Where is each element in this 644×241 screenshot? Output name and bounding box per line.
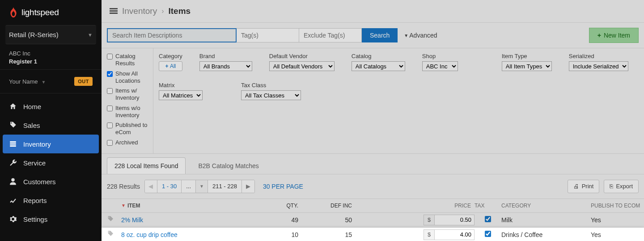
advanced-toggle[interactable]: ▼ Advanced: [404, 32, 437, 39]
filter-item-type: Item Type All Item Types: [502, 53, 552, 71]
store-block: ABC Inc Register 1: [0, 44, 102, 70]
filter-matrix: Matrix All Matrices: [159, 82, 203, 100]
pager-range-last[interactable]: 211 - 228: [208, 180, 242, 193]
nav-reports[interactable]: Reports: [0, 191, 102, 210]
breadcrumb-separator: ›: [161, 7, 164, 15]
header-price[interactable]: PRICE: [363, 203, 475, 209]
wrench-icon: [9, 159, 17, 167]
cell-tax: [475, 231, 501, 238]
pager-range-active[interactable]: 1 - 30: [157, 180, 182, 193]
price-input[interactable]: [434, 229, 475, 240]
filter-serialized: Serialized Include Serialized: [569, 53, 628, 71]
nav-label: Reports: [23, 197, 47, 204]
logo: lightspeed: [0, 0, 102, 25]
search-input[interactable]: [107, 28, 237, 42]
breadcrumb: Inventory › Items: [102, 0, 644, 23]
serialized-select[interactable]: Include Serialized: [569, 61, 628, 71]
check-show-all-locations[interactable]: Show All Locations: [107, 70, 149, 85]
header-definc[interactable]: DEF INC: [309, 203, 363, 209]
category-all-button[interactable]: All: [159, 61, 182, 71]
tab-local-items[interactable]: 228 Local Items Found: [107, 157, 186, 174]
check-published-ecom[interactable]: Published to eCom: [107, 122, 149, 136]
export-button[interactable]: ⎘ Export: [604, 180, 639, 193]
cell-qty: 49: [264, 216, 309, 224]
tab-b2b[interactable]: B2B Catalog Matches: [191, 158, 266, 174]
user-menu[interactable]: Your Name ▼: [9, 78, 46, 85]
out-badge[interactable]: OUT: [74, 77, 93, 86]
item-link[interactable]: 2% Milk: [121, 216, 264, 224]
breadcrumb-parent[interactable]: Inventory: [122, 6, 157, 16]
chevron-down-icon: ▼: [41, 80, 46, 85]
currency-symbol: $: [424, 229, 434, 240]
tabs-row: 228 Local Items Found B2B Catalog Matche…: [102, 154, 644, 174]
series-selector[interactable]: Retail (R-Series) ▼: [5, 25, 96, 44]
check-items-without-inventory[interactable]: Items w/o Inventory: [107, 105, 149, 119]
export-icon: ⎘: [610, 183, 613, 190]
check-items-with-inventory[interactable]: Items w/ Inventory: [107, 87, 149, 102]
search-button[interactable]: Search: [362, 28, 398, 42]
user-name: Your Name: [9, 78, 38, 85]
per-page[interactable]: 30 PER PAGE: [263, 183, 303, 190]
nav-settings[interactable]: Settings: [0, 210, 102, 228]
filter-shop: Shop ABC Inc: [422, 53, 458, 71]
header-category[interactable]: CATEGORY: [501, 203, 591, 209]
header-qty[interactable]: QTY.: [264, 203, 309, 209]
matrix-select[interactable]: All Matrices: [159, 90, 203, 100]
exclude-tags-input[interactable]: [299, 28, 362, 42]
shop-select[interactable]: ABC Inc: [422, 61, 458, 71]
filter-brand: Brand All Brands: [199, 53, 252, 71]
currency-symbol: $: [424, 215, 434, 225]
price-input[interactable]: [434, 215, 475, 225]
cell-definc: 50: [309, 216, 363, 224]
tax-checkbox[interactable]: [485, 216, 491, 222]
filter-grid: Category All Brand All Brands Default Ve…: [153, 48, 644, 153]
catalog-select[interactable]: All Catalogs: [352, 61, 405, 71]
item-type-select[interactable]: All Item Types: [502, 61, 552, 71]
nav-label: Service: [23, 159, 46, 167]
register-name: Register 1: [9, 58, 93, 66]
print-icon: 🖨: [573, 183, 579, 190]
filter-checks: Catalog Results Show All Locations Items…: [102, 48, 153, 153]
nav-service[interactable]: Service: [0, 153, 102, 172]
filter-vendor: Default Vendor All Default Vendors: [269, 53, 335, 71]
home-icon: [9, 102, 17, 110]
new-item-button[interactable]: + New Item: [589, 28, 639, 43]
tags-input[interactable]: [237, 28, 299, 42]
header-item[interactable]: ▼ITEM: [121, 203, 264, 209]
advanced-label: Advanced: [409, 32, 437, 39]
tax-class-select[interactable]: All Tax Classes: [241, 90, 301, 100]
nav-home[interactable]: Home: [0, 97, 102, 116]
main-content: Inventory › Items Search ▼ Advanced + Ne…: [102, 0, 644, 241]
tax-checkbox[interactable]: [485, 231, 491, 237]
sort-desc-icon: ▼: [121, 203, 126, 208]
pager-prev[interactable]: ◀: [145, 180, 157, 193]
gear-icon: [9, 215, 17, 223]
nav-label: Settings: [23, 216, 47, 223]
brand-select[interactable]: All Brands: [199, 61, 252, 71]
list-icon: [110, 8, 118, 14]
check-catalog-results[interactable]: Catalog Results: [107, 53, 149, 68]
header-tax[interactable]: TAX: [475, 203, 501, 209]
pager-next[interactable]: ▶: [242, 180, 254, 193]
print-button[interactable]: 🖨 Print: [568, 180, 600, 193]
item-link[interactable]: 8 oz. cup drip coffee: [121, 231, 264, 238]
nav-inventory[interactable]: Inventory: [3, 135, 99, 153]
tag-icon: [107, 230, 121, 239]
header-publish[interactable]: PUBLISH TO ECOM: [591, 203, 644, 209]
nav-label: Inventory: [23, 140, 51, 148]
items-table: ▼ITEM QTY. DEF INC PRICE TAX CATEGORY PU…: [102, 199, 644, 241]
chevron-down-icon: ▼: [404, 33, 408, 38]
filter-tax-class: Tax Class All Tax Classes: [241, 82, 301, 100]
flame-icon: [9, 7, 18, 18]
chevron-down-icon[interactable]: ▼: [196, 180, 208, 193]
nav-sales[interactable]: Sales: [0, 116, 102, 135]
breadcrumb-current: Items: [168, 6, 191, 16]
check-archived[interactable]: Archived: [107, 139, 149, 146]
nav: Home Sales Inventory Service Customers R…: [0, 93, 102, 232]
plus-icon: +: [597, 32, 601, 39]
vendor-select[interactable]: All Default Vendors: [269, 61, 335, 71]
nav-customers[interactable]: Customers: [0, 172, 102, 191]
cell-category: Milk: [501, 216, 591, 224]
new-item-label: New Item: [604, 32, 630, 39]
cell-category: Drinks / Coffee: [501, 231, 591, 238]
